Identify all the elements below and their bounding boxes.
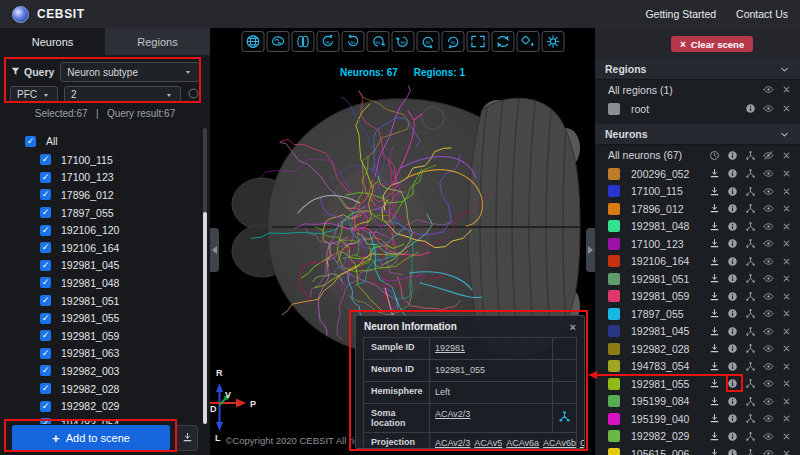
remove-icon[interactable] bbox=[780, 290, 792, 302]
remove-icon[interactable] bbox=[780, 430, 792, 442]
visibility-icon[interactable] bbox=[762, 448, 774, 455]
neuron-color-swatch[interactable] bbox=[608, 220, 620, 232]
subtype-select[interactable]: 2 bbox=[64, 86, 181, 103]
checkbox-checked-icon[interactable] bbox=[40, 330, 51, 341]
neuron-structure-icon[interactable] bbox=[744, 238, 756, 250]
neuron-list-item[interactable]: 192982_028 bbox=[40, 380, 202, 398]
neuron-list-item[interactable]: 194783_054 bbox=[40, 415, 202, 424]
visibility-icon[interactable] bbox=[762, 185, 774, 197]
remove-icon[interactable] bbox=[780, 343, 792, 355]
rotate-up-90-button[interactable]: 90 bbox=[316, 31, 339, 52]
visibility-icon[interactable] bbox=[762, 378, 774, 390]
neuron-color-swatch[interactable] bbox=[608, 413, 620, 425]
roll-right-90-button[interactable]: 90 bbox=[441, 31, 464, 52]
remove-icon[interactable] bbox=[780, 203, 792, 215]
neuron-color-swatch[interactable] bbox=[608, 185, 620, 197]
visibility-icon[interactable] bbox=[762, 325, 774, 337]
atlas-view-button[interactable] bbox=[241, 31, 264, 52]
remove-icon[interactable] bbox=[780, 273, 792, 285]
neuron-structure-icon[interactable] bbox=[558, 409, 571, 427]
nav-contact-us[interactable]: Contact Us bbox=[736, 8, 788, 20]
neuron-structure-icon[interactable] bbox=[744, 413, 756, 425]
neuron-list-item[interactable]: 17100_115 bbox=[40, 151, 202, 169]
checkbox-checked-icon[interactable] bbox=[40, 154, 51, 165]
neuron-structure-icon[interactable] bbox=[744, 325, 756, 337]
download-icon[interactable] bbox=[708, 360, 720, 372]
info-icon[interactable] bbox=[726, 360, 738, 372]
checkbox-checked-icon[interactable] bbox=[40, 277, 51, 288]
neuron-color-swatch[interactable] bbox=[608, 343, 620, 355]
visibility-icon[interactable] bbox=[762, 395, 774, 407]
checkbox-checked-icon[interactable] bbox=[25, 136, 36, 147]
info-icon[interactable] bbox=[726, 308, 738, 320]
popup-value-link[interactable]: ACAv6b bbox=[543, 438, 576, 448]
download-icon[interactable] bbox=[708, 185, 720, 197]
neuron-structure-icon[interactable] bbox=[744, 185, 756, 197]
info-icon[interactable] bbox=[726, 343, 738, 355]
brain-sagittal-view-button[interactable] bbox=[266, 31, 289, 52]
neuron-list-item[interactable]: 192106_120 bbox=[40, 221, 202, 239]
visibility-icon[interactable] bbox=[762, 273, 774, 285]
neuron-structure-icon[interactable] bbox=[744, 360, 756, 372]
remove-icon[interactable] bbox=[780, 395, 792, 407]
download-icon[interactable] bbox=[708, 255, 720, 267]
info-icon[interactable] bbox=[726, 185, 738, 197]
remove-icon[interactable] bbox=[780, 378, 792, 390]
neuron-color-swatch[interactable] bbox=[608, 308, 620, 320]
neuron-structure-icon[interactable] bbox=[744, 343, 756, 355]
visibility-off-icon[interactable] bbox=[762, 149, 774, 161]
info-icon[interactable] bbox=[726, 448, 738, 455]
settings-button[interactable] bbox=[541, 31, 564, 52]
rotate-right-90-button[interactable]: 90 bbox=[391, 31, 414, 52]
neuron-list-item[interactable]: 192981_059 bbox=[40, 327, 202, 345]
collapse-left-panel-handle[interactable] bbox=[210, 228, 219, 272]
download-icon[interactable] bbox=[708, 325, 720, 337]
info-icon[interactable] bbox=[726, 149, 738, 161]
neuron-structure-icon[interactable] bbox=[744, 273, 756, 285]
popup-value-link[interactable]: CP bbox=[580, 438, 585, 448]
remove-icon[interactable] bbox=[780, 448, 792, 455]
neuron-color-swatch[interactable] bbox=[608, 273, 620, 285]
download-icon[interactable] bbox=[708, 430, 720, 442]
neuron-structure-icon[interactable] bbox=[744, 168, 756, 180]
visibility-icon[interactable] bbox=[762, 290, 774, 302]
visibility-icon[interactable] bbox=[762, 343, 774, 355]
neuron-color-swatch[interactable] bbox=[608, 255, 620, 267]
download-icon[interactable] bbox=[708, 273, 720, 285]
popup-close-icon[interactable]: × bbox=[570, 321, 576, 333]
neuron-structure-icon[interactable] bbox=[744, 430, 756, 442]
tab-neurons[interactable]: Neurons bbox=[0, 28, 105, 55]
remove-icon[interactable] bbox=[780, 255, 792, 267]
neuron-structure-icon[interactable] bbox=[744, 149, 756, 161]
popup-value-link[interactable]: ACAv5 bbox=[474, 438, 502, 448]
checkbox-checked-icon[interactable] bbox=[40, 189, 51, 200]
popup-value-link[interactable]: ACAv6a bbox=[506, 438, 539, 448]
remove-icon[interactable] bbox=[780, 84, 792, 96]
left-scrollbar-thumb[interactable] bbox=[203, 212, 207, 424]
roll-left-90-button[interactable]: 90 bbox=[416, 31, 439, 52]
visibility-icon[interactable] bbox=[762, 168, 774, 180]
checkbox-checked-icon[interactable] bbox=[40, 225, 51, 236]
visibility-icon[interactable] bbox=[762, 238, 774, 250]
download-icon[interactable] bbox=[708, 413, 720, 425]
neuron-color-swatch[interactable] bbox=[608, 448, 620, 455]
remove-icon[interactable] bbox=[780, 103, 792, 115]
download-icon[interactable] bbox=[708, 168, 720, 180]
info-icon[interactable] bbox=[726, 168, 738, 180]
download-icon[interactable] bbox=[708, 290, 720, 302]
remove-icon[interactable] bbox=[780, 413, 792, 425]
checkbox-checked-icon[interactable] bbox=[40, 401, 51, 412]
visibility-icon[interactable] bbox=[762, 84, 774, 96]
download-icon[interactable] bbox=[708, 343, 720, 355]
visibility-icon[interactable] bbox=[762, 308, 774, 320]
neuron-list-item[interactable]: 17897_055 bbox=[40, 204, 202, 222]
neuron-color-swatch[interactable] bbox=[608, 395, 620, 407]
download-icon[interactable] bbox=[708, 448, 720, 455]
remove-icon[interactable] bbox=[780, 149, 792, 161]
background-color-button[interactable] bbox=[516, 31, 539, 52]
neuron-list-item[interactable]: 192981_051 bbox=[40, 292, 202, 310]
remove-icon[interactable] bbox=[780, 325, 792, 337]
info-icon[interactable] bbox=[726, 273, 738, 285]
tab-regions[interactable]: Regions bbox=[105, 28, 210, 55]
popup-value-link[interactable]: 192981 bbox=[435, 343, 465, 353]
